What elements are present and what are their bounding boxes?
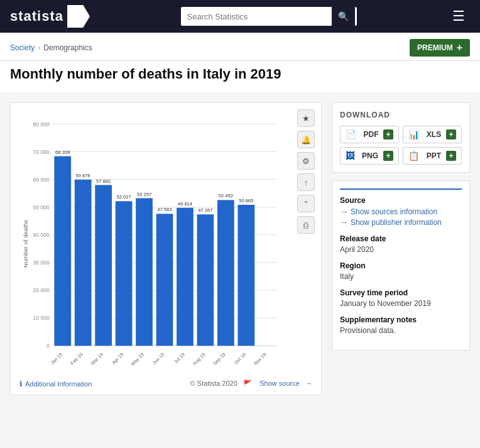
png-download-button[interactable]: 🖼 PNG + xyxy=(340,147,399,165)
source-label: Source xyxy=(340,196,462,205)
breadcrumb-sep: › xyxy=(38,43,40,52)
flag-icon: 🚩 xyxy=(243,380,252,387)
svg-text:49 614: 49 614 xyxy=(178,201,193,207)
bookmark-icon[interactable]: ★ xyxy=(297,109,315,127)
show-sources-text: Show sources information xyxy=(351,207,437,216)
svg-text:Aug 19: Aug 19 xyxy=(192,352,206,366)
share-icon[interactable]: ↑ xyxy=(297,173,315,191)
region-label: Region xyxy=(340,261,462,270)
xls-download-button[interactable]: 📊 XLS + xyxy=(403,126,462,143)
bar-sep xyxy=(217,200,234,346)
publisher-arrow-icon: → xyxy=(340,217,348,227)
svg-text:52 452: 52 452 xyxy=(219,194,233,199)
xls-plus: + xyxy=(446,129,456,139)
svg-text:10 000: 10 000 xyxy=(33,315,49,321)
supplementary-value: Provisional data. xyxy=(340,326,462,335)
show-sources-link[interactable]: → Show sources information xyxy=(340,207,462,216)
alert-icon[interactable]: 🔔 xyxy=(297,131,315,148)
svg-text:Sep 19: Sep 19 xyxy=(212,352,226,366)
copyright-text: © Statista 2020 xyxy=(190,380,237,387)
info-circle-icon: ℹ xyxy=(19,380,23,388)
png-icon: 🖼 xyxy=(346,151,354,161)
sources-arrow-icon: → xyxy=(340,207,348,216)
logo-text: statista xyxy=(10,8,63,25)
show-publisher-text: Show publisher information xyxy=(351,218,442,227)
footer-right: © Statista 2020 🚩 Show source → xyxy=(190,380,312,388)
chart-panel: ★ 🔔 ⚙ ↑ " ⎙ Number of deaths 80 000 70 0… xyxy=(10,102,322,395)
info-box: Source → Show sources information → Show… xyxy=(332,180,470,351)
release-date-section: Release date April 2020 xyxy=(340,234,462,254)
chart-icon-bar: ★ 🔔 ⚙ ↑ " ⎙ xyxy=(297,109,315,234)
release-date-label: Release date xyxy=(340,234,462,243)
show-source-icon: → xyxy=(305,380,312,387)
release-date-value: April 2020 xyxy=(340,245,462,254)
ppt-plus: + xyxy=(446,151,456,161)
ppt-download-button[interactable]: 📋 PPT + xyxy=(403,147,462,165)
bar-may xyxy=(136,198,153,346)
xls-label: XLS xyxy=(427,130,441,139)
svg-text:50 000: 50 000 xyxy=(33,204,49,210)
survey-period-value: January to November 2019 xyxy=(340,299,462,308)
svg-text:Apr 19: Apr 19 xyxy=(111,352,124,366)
svg-text:May 19: May 19 xyxy=(130,352,145,367)
search-button[interactable]: 🔍 xyxy=(332,7,355,26)
premium-plus: + xyxy=(457,42,462,53)
svg-text:50 865: 50 865 xyxy=(239,198,253,204)
supplementary-section: Supplementary notes Provisional data. xyxy=(340,315,462,335)
premium-label: PREMIUM xyxy=(417,43,453,52)
page-title: Monthly number of deaths in Italy in 201… xyxy=(10,66,470,82)
pdf-download-button[interactable]: 📄 PDF + xyxy=(340,126,399,143)
download-box: DOWNLOAD 📄 PDF + 📊 XLS + 🖼 PNG + xyxy=(332,102,470,173)
chart-svg: Number of deaths 80 000 70 000 60 000 50… xyxy=(19,112,283,376)
main-content: ★ 🔔 ⚙ ↑ " ⎙ Number of deaths 80 000 70 0… xyxy=(0,92,480,405)
svg-text:30 000: 30 000 xyxy=(33,260,49,266)
svg-text:80 000: 80 000 xyxy=(33,121,49,128)
search-bar[interactable]: 🔍 xyxy=(181,7,357,26)
breadcrumb: Society › Demographics xyxy=(10,43,92,52)
logo-icon xyxy=(67,5,90,28)
svg-text:47 563: 47 563 xyxy=(157,207,172,212)
svg-text:Feb 19: Feb 19 xyxy=(69,352,84,366)
logo: statista xyxy=(10,5,90,28)
svg-text:Oct 19: Oct 19 xyxy=(233,352,247,366)
pdf-icon: 📄 xyxy=(346,129,356,139)
svg-text:70 000: 70 000 xyxy=(33,149,49,155)
print-icon[interactable]: ⎙ xyxy=(297,216,315,234)
svg-text:Jan 19: Jan 19 xyxy=(50,352,64,366)
svg-text:Jul 19: Jul 19 xyxy=(173,352,186,365)
hamburger-menu-button[interactable]: ☰ xyxy=(447,6,470,27)
ppt-label: PPT xyxy=(427,151,441,160)
chart-area: Number of deaths 80 000 70 000 60 000 50… xyxy=(19,112,283,376)
show-source-link[interactable]: Show source xyxy=(259,380,300,387)
search-input[interactable] xyxy=(181,8,332,26)
bar-oct xyxy=(237,205,254,346)
svg-text:Nov 19: Nov 19 xyxy=(253,352,267,366)
breadcrumb-bar: Society › Demographics PREMIUM + xyxy=(0,33,480,61)
svg-text:60 000: 60 000 xyxy=(33,177,49,183)
show-publisher-link[interactable]: → Show publisher information xyxy=(340,217,462,227)
bar-jan xyxy=(54,156,71,346)
png-plus: + xyxy=(383,151,393,161)
png-label: PNG xyxy=(362,151,378,160)
chart-footer: ℹ Additional Information © Statista 2020… xyxy=(19,380,312,388)
breadcrumb-society[interactable]: Society xyxy=(10,43,35,52)
svg-text:53 257: 53 257 xyxy=(137,192,151,197)
svg-text:57 882: 57 882 xyxy=(96,178,111,184)
bar-jun xyxy=(156,214,173,346)
settings-icon[interactable]: ⚙ xyxy=(297,152,315,170)
svg-text:68 209: 68 209 xyxy=(55,150,70,155)
divider xyxy=(340,188,462,190)
breadcrumb-demographics: Demographics xyxy=(43,43,92,52)
svg-text:Number of deaths: Number of deaths xyxy=(22,220,29,268)
survey-period-section: Survey time period January to November 2… xyxy=(340,288,462,308)
page-title-bar: Monthly number of deaths in Italy in 201… xyxy=(0,61,480,92)
additional-info-link[interactable]: Additional Information xyxy=(25,380,92,388)
svg-text:Jun 19: Jun 19 xyxy=(151,352,166,366)
bar-apr xyxy=(116,201,133,346)
bar-feb xyxy=(75,180,92,346)
source-section: Source → Show sources information → Show… xyxy=(340,196,462,227)
svg-text:20 000: 20 000 xyxy=(33,287,49,293)
premium-button[interactable]: PREMIUM + xyxy=(410,39,470,57)
svg-text:47 267: 47 267 xyxy=(198,207,212,213)
cite-icon[interactable]: " xyxy=(297,195,315,212)
